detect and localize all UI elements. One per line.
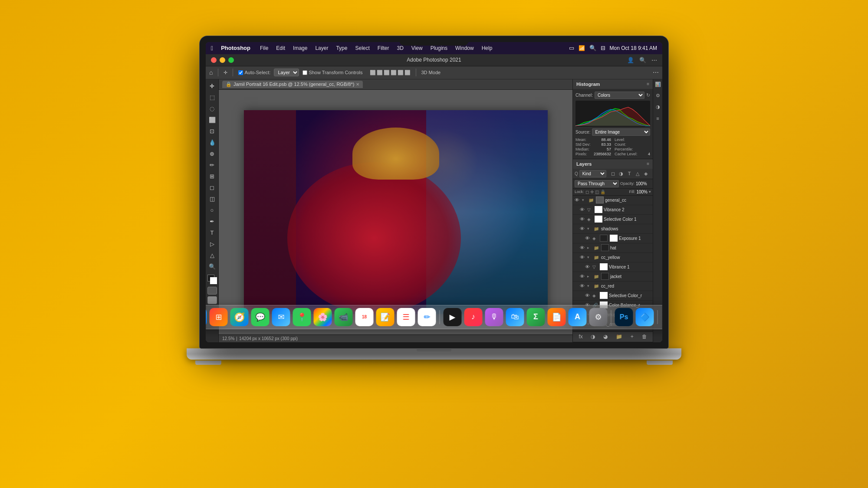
lock-pixels-icon[interactable]: ◻ bbox=[585, 190, 589, 194]
layer-hat[interactable]: 👁 ▸ 📁 hat bbox=[573, 243, 653, 253]
layer-vis-icon[interactable]: 👁 bbox=[585, 236, 591, 241]
layer-vis-icon[interactable]: 👁 bbox=[580, 226, 586, 231]
layer-vis-icon[interactable]: 👁 bbox=[580, 274, 586, 279]
filter-shape-icon[interactable]: △ bbox=[634, 170, 641, 177]
delete-layer-button[interactable]: 🗑 bbox=[642, 334, 647, 340]
layer-cc-yellow[interactable]: 👁 ▾ 📁 cc_yellow bbox=[573, 253, 653, 262]
align-center-v-icon[interactable]: ⬜ bbox=[398, 70, 404, 75]
tool-path-select[interactable]: ▷ bbox=[207, 239, 217, 249]
tool-gradient[interactable]: ◫ bbox=[207, 194, 217, 204]
dock-icon-maps[interactable]: 📍 bbox=[293, 308, 311, 326]
maximize-button[interactable] bbox=[228, 57, 234, 63]
tool-lasso[interactable]: ◌ bbox=[207, 104, 217, 114]
align-center-h-icon[interactable]: ⬜ bbox=[377, 70, 383, 75]
tool-pen[interactable]: ✒ bbox=[207, 216, 217, 227]
layer-vis-icon[interactable]: 👁 bbox=[580, 207, 586, 212]
layer-vis-icon[interactable]: 👁 bbox=[580, 245, 586, 250]
tool-mode-screen[interactable] bbox=[207, 296, 217, 304]
search-ps-icon[interactable]: 🔍 bbox=[639, 57, 646, 63]
histogram-header[interactable]: Histogram ≡ bbox=[573, 79, 653, 89]
dock-icon-facetime[interactable]: 📹 bbox=[335, 308, 353, 326]
auto-select-dropdown[interactable]: Layer bbox=[274, 69, 299, 76]
tool-dodge[interactable]: ○ bbox=[207, 205, 217, 216]
channel-dropdown[interactable]: Colors bbox=[595, 92, 644, 99]
dock-icon-mail[interactable]: ✉ bbox=[272, 308, 290, 326]
sidebar-layers-icon[interactable]: ≡ bbox=[654, 115, 661, 122]
filter-smart-icon[interactable]: ◈ bbox=[642, 170, 649, 177]
layer-vis-icon[interactable]: 👁 bbox=[575, 197, 581, 203]
filter-pixel-icon[interactable]: ◻ bbox=[609, 170, 616, 177]
layer-general-cc[interactable]: 👁 ▾ 📁 general_cc bbox=[573, 196, 653, 205]
lock-position-icon[interactable]: ✛ bbox=[590, 190, 594, 194]
dock-icon-tv[interactable]: ▶ bbox=[444, 308, 462, 326]
ps-more-icon[interactable]: ⋯ bbox=[651, 57, 657, 63]
tool-shape[interactable]: △ bbox=[207, 250, 217, 261]
layer-vis-icon[interactable]: 👁 bbox=[580, 283, 586, 288]
menu-filter[interactable]: Filter bbox=[374, 44, 393, 52]
new-layer-button[interactable]: + bbox=[631, 334, 634, 340]
layer-vibrance1[interactable]: 👁 ▽ Vibrance 1 bbox=[573, 262, 653, 272]
dock-icon-notes[interactable]: 📝 bbox=[376, 308, 395, 326]
dock-icon-finder2[interactable]: 🔷 bbox=[636, 308, 654, 326]
menu-select[interactable]: Select bbox=[352, 44, 373, 52]
search-icon[interactable]: 🔍 bbox=[589, 45, 596, 51]
layer-expand-icon[interactable]: ▾ bbox=[582, 198, 587, 202]
filter-type-icon[interactable]: T bbox=[626, 170, 633, 177]
home-button[interactable]: ⌂ bbox=[209, 69, 213, 76]
dock-icon-podcasts[interactable]: 🎙 bbox=[485, 308, 503, 326]
layer-cc-red[interactable]: 👁 ▾ 📁 cc_red bbox=[573, 282, 653, 291]
layer-vis-icon[interactable]: 👁 bbox=[580, 255, 586, 260]
tool-healing[interactable]: ⊕ bbox=[207, 149, 217, 159]
tool-object-select[interactable]: ⬜ bbox=[207, 115, 217, 125]
layer-vis-icon[interactable]: 👁 bbox=[585, 264, 591, 269]
dock-icon-photos[interactable]: 🌸 bbox=[314, 308, 332, 326]
dock-icon-pages[interactable]: 📄 bbox=[548, 308, 566, 326]
add-mask-button[interactable]: ◑ bbox=[591, 334, 595, 340]
layers-header[interactable]: Layers ≡ bbox=[573, 159, 653, 169]
layer-expand-icon[interactable]: ▾ bbox=[587, 284, 592, 288]
layer-kind-dropdown[interactable]: Kind bbox=[579, 170, 606, 177]
dock-icon-appstore[interactable]: A bbox=[569, 308, 587, 326]
align-top-icon[interactable]: ⬜ bbox=[391, 70, 397, 75]
menu-layer[interactable]: Layer bbox=[312, 44, 332, 52]
layer-shadows[interactable]: 👁 ▾ 📁 shadows bbox=[573, 224, 653, 234]
dock-icon-calendar[interactable]: 18 bbox=[355, 308, 374, 326]
transform-checkbox[interactable] bbox=[302, 70, 307, 75]
layer-expand-icon[interactable]: ▸ bbox=[587, 274, 592, 278]
layer-expand-icon[interactable]: ▾ bbox=[587, 255, 592, 259]
dock-icon-numbers[interactable]: Σ bbox=[527, 308, 545, 326]
toolbar-more-options[interactable]: ⋯ bbox=[653, 69, 659, 76]
menu-edit[interactable]: Edit bbox=[273, 44, 289, 52]
layer-expand-icon[interactable]: ▾ bbox=[587, 226, 592, 231]
control-center-icon[interactable]: ⊟ bbox=[601, 45, 605, 51]
tool-stamp[interactable]: ⊞ bbox=[207, 171, 217, 182]
minimize-button[interactable] bbox=[220, 57, 225, 63]
dock-icon-messages[interactable]: 💬 bbox=[251, 308, 270, 326]
sidebar-properties-icon[interactable]: ⚙ bbox=[654, 92, 661, 99]
layer-expand-icon[interactable]: ▸ bbox=[587, 246, 592, 250]
dock-icon-systemprefs[interactable]: ⚙ bbox=[589, 308, 608, 326]
source-dropdown[interactable]: Entire Image bbox=[592, 128, 650, 136]
align-left-icon[interactable]: ⬜ bbox=[370, 70, 376, 75]
lock-all-icon[interactable]: 🔒 bbox=[600, 190, 605, 194]
layer-vis-icon[interactable]: 👁 bbox=[585, 293, 591, 298]
dock-icon-finder[interactable]: 😊 bbox=[206, 308, 207, 326]
new-group-button[interactable]: 📁 bbox=[616, 334, 622, 340]
layer-jacket[interactable]: 👁 ▸ 📁 jacket bbox=[573, 272, 653, 282]
menu-file[interactable]: File bbox=[256, 44, 272, 52]
fill-dropdown-icon[interactable]: ▾ bbox=[649, 190, 651, 194]
apple-logo[interactable]:  bbox=[211, 45, 213, 52]
tool-brush[interactable]: ✏ bbox=[207, 160, 217, 170]
move-tool-icon[interactable]: ✛ bbox=[224, 70, 227, 75]
tool-zoom[interactable]: 🔍 bbox=[207, 262, 217, 272]
dock-icon-music[interactable]: ♪ bbox=[464, 308, 483, 326]
fx-button[interactable]: fx bbox=[579, 334, 582, 340]
layer-exposure1[interactable]: 👁 ◈ Exposure 1 bbox=[573, 234, 653, 243]
layer-selective-r[interactable]: 👁 ◈ Selective Color_r bbox=[573, 291, 653, 301]
menu-help[interactable]: Help bbox=[478, 44, 496, 52]
new-fill-button[interactable]: ◕ bbox=[603, 334, 608, 340]
canvas-tab[interactable]: 🔒 Jamil Portrait 16 Edit.psb @ 12.5% (ge… bbox=[222, 81, 363, 88]
dock-icon-safari[interactable]: 🧭 bbox=[230, 308, 249, 326]
tool-move[interactable]: ✛ bbox=[207, 81, 217, 92]
menu-type[interactable]: Type bbox=[332, 44, 351, 52]
